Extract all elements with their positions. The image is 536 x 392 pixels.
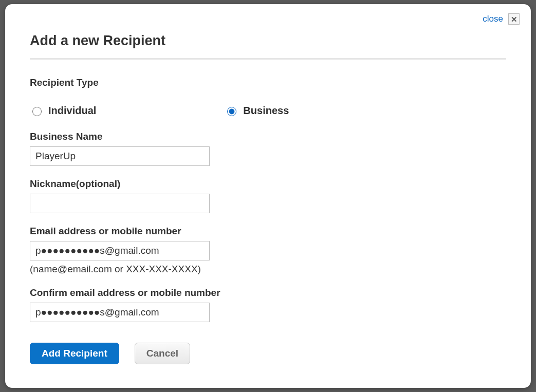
close-controls: close ✕ — [483, 13, 520, 25]
nickname-input[interactable] — [30, 194, 210, 213]
email-label: Email address or mobile number — [30, 226, 506, 237]
business-name-field: Business Name — [30, 131, 506, 166]
confirm-email-input[interactable] — [30, 303, 210, 322]
divider — [30, 58, 506, 60]
recipient-type-business[interactable]: Business — [225, 105, 289, 117]
business-name-label: Business Name — [30, 131, 506, 142]
business-name-input[interactable] — [30, 146, 210, 166]
add-recipient-modal: close ✕ Add a new Recipient Recipient Ty… — [5, 4, 531, 388]
email-field: Email address or mobile number (name@ema… — [30, 226, 506, 275]
confirm-email-label: Confirm email address or mobile number — [30, 287, 506, 298]
button-row: Add Recipient Cancel — [30, 343, 506, 364]
modal-backdrop: close ✕ Add a new Recipient Recipient Ty… — [0, 0, 536, 392]
recipient-type-label: Recipient Type — [30, 77, 506, 88]
close-link[interactable]: close — [483, 14, 503, 24]
email-input[interactable] — [30, 241, 210, 260]
recipient-type-options: Individual Business — [30, 105, 506, 117]
recipient-type-individual[interactable]: Individual — [30, 105, 96, 117]
email-hint: (name@email.com or XXX-XXX-XXXX) — [30, 264, 506, 275]
add-recipient-button[interactable]: Add Recipient — [30, 343, 119, 364]
modal-title: Add a new Recipient — [30, 33, 506, 49]
confirm-email-field: Confirm email address or mobile number — [30, 287, 506, 322]
individual-radio[interactable] — [32, 107, 42, 116]
cancel-button[interactable]: Cancel — [135, 343, 190, 364]
business-radio-label[interactable]: Business — [243, 105, 289, 117]
individual-radio-label[interactable]: Individual — [48, 105, 96, 117]
nickname-label: Nickname(optional) — [30, 178, 506, 190]
close-icon[interactable]: ✕ — [508, 13, 520, 25]
nickname-field: Nickname(optional) — [30, 178, 506, 213]
business-radio[interactable] — [227, 107, 236, 116]
